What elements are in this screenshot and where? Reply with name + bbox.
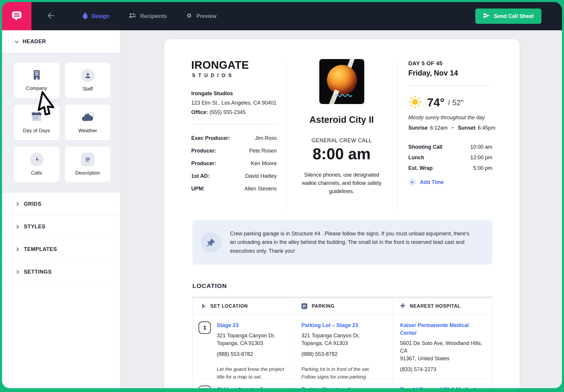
back-arrow-icon (47, 12, 56, 21)
add-time-label: Add Time (420, 179, 444, 185)
pushpin-icon (201, 232, 221, 253)
tab-design[interactable]: Design (73, 2, 119, 30)
production-title: Asteroid City II (295, 115, 389, 125)
sidebar-styles-label: STYLES (24, 224, 46, 230)
hospital-header-label: NEAREST HOSPITAL (410, 304, 461, 309)
sidebar-section-header[interactable]: HEADER (2, 30, 120, 53)
set-location-link[interactable]: Old Los Angeles Zoo (217, 386, 278, 388)
navigation-arrow-icon (200, 303, 206, 310)
roster-name: Jim Ross (255, 135, 277, 141)
sidebar-item-settings[interactable]: SETTINGS (2, 261, 120, 283)
time-row: Shooting Call 10:00 am (408, 144, 492, 150)
sidebar-item-styles[interactable]: STYLES (2, 215, 120, 238)
send-plane-icon (483, 13, 490, 20)
roster-row: Exec Producer: Jim Ross (191, 135, 277, 141)
roster-row: 1st AD: David Hadley (191, 173, 277, 179)
day-counter: DAY 5 OF 45 (408, 60, 492, 67)
location-row: 2 Old Los Angeles Zoo 4801 Griffith Park… (193, 378, 492, 388)
roster-role: Producer: (191, 148, 216, 154)
hospital-link[interactable]: Ronald Reagan UCLA Medical Center (400, 386, 485, 388)
back-button[interactable] (47, 12, 56, 21)
column-header-set-location: SET LOCATION (193, 298, 293, 314)
temp-high: 74° (427, 96, 444, 109)
add-time-button[interactable]: + Add Time (408, 178, 492, 186)
tile-day-of-days-label: Day of Days (23, 128, 50, 134)
column-header-parking: P PARKING (293, 298, 392, 314)
set-location-link[interactable]: Stage 23 (217, 321, 286, 329)
tile-day-of-days[interactable]: Day of Days (14, 105, 59, 140)
company-logo-primary: IRONGATE (191, 60, 277, 71)
parking-address: 321 Topanga Canyon Dr, Topanga, CA 91303 (301, 332, 385, 347)
plus-icon: + (408, 178, 416, 186)
medical-cross-icon (400, 303, 405, 309)
set-location-address: 321 Topanga Canyon Dr, Topanga, CA 91303 (217, 332, 286, 347)
hospital-address: 5601 De Soto Ave, Woodland Hills, CA 913… (400, 339, 485, 362)
document-lines-icon (81, 153, 95, 166)
tile-company[interactable]: Company (14, 63, 59, 98)
sidebar: HEADER (2, 30, 120, 388)
time-value: 12:00 pm (470, 155, 492, 161)
sidebar-item-templates[interactable]: TEMPLATES (2, 238, 120, 261)
chevron-right-icon (15, 225, 19, 229)
sunrise-label: Sunrise (408, 125, 428, 131)
location-row: 1 Stage 23 321 Topanga Canyon Dr, Topang… (193, 314, 492, 378)
people-group-icon (128, 13, 136, 20)
tab-recipients[interactable]: Recipients (119, 2, 176, 30)
crew-call-time: 8:00 am (295, 145, 389, 163)
company-name: Irongate Studios (191, 91, 277, 97)
address-line: 5601 De Soto Ave, Woodland Hills, CA (400, 339, 485, 355)
tab-recipients-label: Recipients (140, 13, 167, 19)
address-line: Topanga, CA 91303 (217, 339, 286, 347)
set-location-phone: (888) 553-8782 (217, 350, 286, 358)
company-logo-secondary: STUDIOS (191, 73, 277, 78)
roster-name: David Hadley (245, 173, 277, 179)
chevron-right-icon (15, 202, 19, 206)
time-row: Lunch 12:00 pm (408, 155, 492, 161)
pinned-note-text: Crew parking garage is in Structure #4 .… (230, 229, 484, 255)
building-icon (32, 70, 41, 82)
header-tiles-panel: Company Staff (2, 53, 120, 193)
sidebar-item-grids[interactable]: GRIDS (2, 193, 120, 215)
tile-calls[interactable]: Calls (14, 147, 59, 182)
tile-weather[interactable]: Weather (65, 105, 110, 140)
hospital-cell: Kaiser Permanente Medical Center 5601 De… (392, 314, 492, 381)
main-canvas: IRONGATE STUDIOS Irongate Studios 123 El… (120, 30, 562, 388)
parking-link[interactable]: Parking Lot – Stage 23 (301, 321, 385, 329)
time-label: Shooting Call (408, 144, 442, 150)
office-label: Office: (191, 109, 208, 115)
droplet-icon (83, 12, 88, 21)
company-address: 123 Elm St., Los Angeles, CA 90401 (191, 100, 277, 106)
divider (191, 124, 277, 125)
clock-icon (30, 153, 43, 166)
topbar: Design Recipients (2, 2, 562, 30)
time-value: 5:00 pm (473, 165, 492, 171)
hospital-link[interactable]: Kaiser Permanente Medical Center (400, 321, 485, 337)
tab-preview[interactable]: Preview (176, 2, 226, 30)
location-number-badge: 2 (199, 386, 211, 388)
send-call-sheet-label: Send Call Sheet (494, 13, 534, 19)
tile-weather-label: Weather (78, 128, 97, 134)
parking-cell: Parking Lot – Stage 23 321 Topanga Canyo… (293, 314, 392, 381)
tab-preview-label: Preview (197, 13, 216, 19)
tile-description[interactable]: Description (65, 147, 110, 182)
sun-times: Sunrise 6:12am • Sunset 6:45pm (408, 125, 492, 131)
times-list: Shooting Call 10:00 am Lunch 12:00 pm Es… (408, 144, 492, 186)
parking-header-label: PARKING (312, 304, 335, 309)
tile-staff[interactable]: Staff (65, 63, 110, 98)
set-location-cell: 1 Stage 23 321 Topanga Canyon Dr, Topang… (193, 314, 293, 381)
parking-link[interactable]: Parking Structure 4 (301, 386, 385, 388)
divider (408, 86, 492, 86)
pinned-note-box: Crew parking garage is in Structure #4 .… (192, 220, 492, 265)
location-table-header: SET LOCATION P PARKING NEAREST HOSPITAL (193, 298, 492, 314)
roster-role: 1st AD: (191, 173, 209, 179)
address-line: Topanga, CA 91303 (301, 339, 385, 347)
roster-name: Pete Rosen (249, 148, 277, 154)
shoot-date: Friday, Nov 14 (408, 69, 492, 77)
roster-role: Exec Producer: (191, 135, 230, 141)
company-office-phone: Office: (555) 555-2345 (191, 109, 277, 115)
app-logo[interactable] (2, 2, 31, 30)
tile-company-label: Company (26, 86, 47, 91)
send-call-sheet-button[interactable]: Send Call Sheet (475, 9, 541, 24)
time-value: 10:00 am (470, 144, 492, 150)
address-line: 321 Topanga Canyon Dr, (217, 332, 286, 339)
